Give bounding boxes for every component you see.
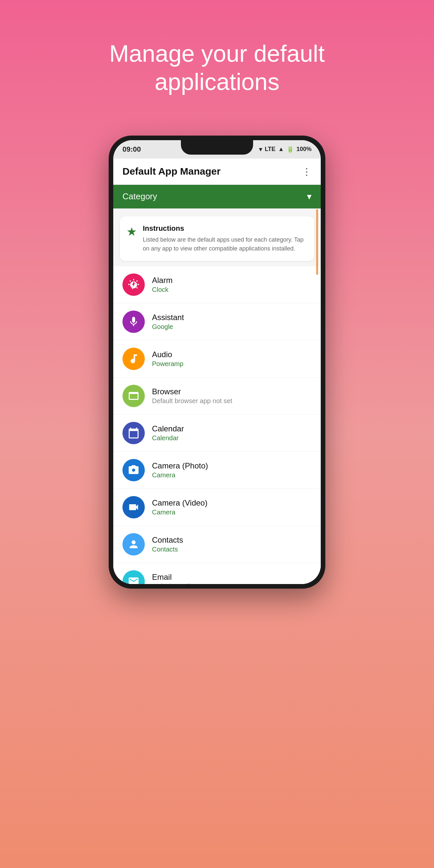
contacts-sub: Contacts <box>152 546 183 553</box>
camera-photo-name: Camera (Photo) <box>152 461 208 470</box>
alarm-icon <box>122 274 145 296</box>
audio-text: Audio Poweramp <box>152 350 184 368</box>
camera-photo-text: Camera (Photo) Camera <box>152 461 208 479</box>
content-area: ★ Instructions Listed below are the defa… <box>113 209 321 584</box>
phone-mockup: 09:00 ▾ LTE ▲ 🔋 100% Default App Manager… <box>108 135 326 589</box>
audio-name: Audio <box>152 350 184 359</box>
instructions-text: Instructions Listed below are the defaul… <box>143 224 308 253</box>
list-item-alarm[interactable]: Alarm Clock <box>113 266 321 303</box>
audio-sub: Poweramp <box>152 360 184 368</box>
email-text: Email Default email app not set <box>152 572 224 584</box>
battery-icon: 🔋 <box>287 146 294 153</box>
instructions-card: ★ Instructions Listed below are the defa… <box>120 216 314 261</box>
scroll-indicator <box>316 209 318 275</box>
list-item-audio[interactable]: Audio Poweramp <box>113 340 321 377</box>
browser-sub: Default browser app not set <box>152 397 232 405</box>
page-header-title: Manage your default applications <box>69 39 365 96</box>
assistant-icon <box>122 311 145 333</box>
camera-video-name: Camera (Video) <box>152 498 208 507</box>
lte-icon: LTE <box>265 146 275 153</box>
instructions-description: Listed below are the default apps used f… <box>143 236 308 253</box>
more-options-button[interactable]: ⋮ <box>302 166 312 177</box>
calendar-icon <box>122 422 145 444</box>
camera-photo-sub: Camera <box>152 471 208 479</box>
assistant-sub: Google <box>152 323 184 331</box>
browser-icon <box>122 385 145 407</box>
list-item-camera-photo[interactable]: Camera (Photo) Camera <box>113 452 321 489</box>
camera-video-icon <box>122 496 145 518</box>
app-bar-title: Default App Manager <box>122 166 221 177</box>
category-label: Category <box>122 191 157 202</box>
alarm-name: Alarm <box>152 276 173 285</box>
camera-video-sub: Camera <box>152 508 208 516</box>
status-time: 09:00 <box>122 145 141 154</box>
list-item-assistant[interactable]: Assistant Google <box>113 303 321 340</box>
category-bar[interactable]: Category ▾ <box>113 185 321 209</box>
app-bar: Default App Manager ⋮ <box>113 159 321 185</box>
email-name: Email <box>152 572 224 582</box>
calendar-name: Calendar <box>152 424 184 433</box>
phone-notch <box>181 140 253 155</box>
battery-percent: 100% <box>297 146 312 153</box>
alarm-text: Alarm Clock <box>152 276 173 293</box>
wifi-icon: ▾ <box>259 146 262 153</box>
list-item-contacts[interactable]: Contacts Contacts <box>113 526 321 563</box>
list-item-calendar[interactable]: Calendar Calendar <box>113 415 321 452</box>
audio-icon <box>122 348 145 370</box>
assistant-name: Assistant <box>152 313 184 322</box>
list-item-browser[interactable]: Browser Default browser app not set <box>113 377 321 415</box>
contacts-icon <box>122 533 145 555</box>
assistant-text: Assistant Google <box>152 313 184 331</box>
camera-photo-icon <box>122 459 145 481</box>
instructions-title: Instructions <box>143 224 308 233</box>
signal-icon: ▲ <box>278 146 284 153</box>
email-sub: Default email app not set <box>152 583 224 584</box>
app-list: Alarm Clock Assistant Google <box>113 266 321 584</box>
browser-text: Browser Default browser app not set <box>152 387 232 405</box>
alarm-sub: Clock <box>152 286 173 293</box>
list-item-camera-video[interactable]: Camera (Video) Camera <box>113 489 321 526</box>
list-item-email[interactable]: Email Default email app not set <box>113 563 321 584</box>
calendar-sub: Calendar <box>152 434 184 442</box>
browser-name: Browser <box>152 387 232 396</box>
star-icon: ★ <box>126 225 137 239</box>
email-icon <box>122 570 145 584</box>
chevron-down-icon: ▾ <box>307 191 312 202</box>
camera-video-text: Camera (Video) Camera <box>152 498 208 516</box>
contacts-name: Contacts <box>152 535 183 545</box>
contacts-text: Contacts Contacts <box>152 535 183 553</box>
status-icons: ▾ LTE ▲ 🔋 100% <box>259 146 312 153</box>
calendar-text: Calendar Calendar <box>152 424 184 442</box>
